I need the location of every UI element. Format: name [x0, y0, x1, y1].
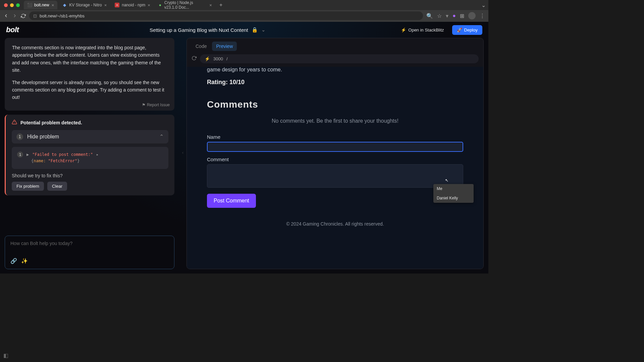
- preview-address-bar[interactable]: ⚡ 3000 /: [200, 54, 479, 63]
- url-text: bolt.new/~/sb1-emyhbs: [40, 13, 85, 18]
- bolt-icon: ⚡: [401, 27, 406, 33]
- site-info-icon[interactable]: ⊡: [33, 13, 37, 18]
- preview-tab[interactable]: Preview: [212, 42, 237, 51]
- bolt-logo[interactable]: bolt: [6, 25, 19, 34]
- hide-problem-toggle[interactable]: 1 Hide problem ⌃: [12, 130, 168, 143]
- address-bar[interactable]: ⊡ bolt.new/~/sb1-emyhbs: [29, 11, 423, 20]
- message-paragraph: The comments section is now integrated i…: [12, 44, 167, 74]
- warning-icon: [12, 119, 17, 126]
- open-stackblitz-button[interactable]: ⚡ Open in StackBlitz: [396, 25, 448, 35]
- rating-text: Rating: 10/10: [207, 79, 463, 86]
- browser-tab[interactable]: ⬛ bolt.new ×: [24, 1, 57, 9]
- sparkle-icon[interactable]: ✨: [21, 258, 28, 264]
- favicon: n: [115, 3, 119, 7]
- rocket-icon: 🚀: [457, 27, 462, 33]
- menu-icon[interactable]: ⋮: [480, 13, 485, 19]
- autocomplete-popup: Me Daniel Kelly: [433, 184, 474, 203]
- footer-text: © 2024 Gaming Chronicles. All rights res…: [207, 221, 463, 227]
- fix-prompt: Should we try to fix this?: [12, 173, 168, 178]
- expand-icon[interactable]: ▶: [26, 152, 29, 158]
- close-tab-icon[interactable]: ×: [104, 3, 107, 8]
- flag-icon: ⚑: [142, 103, 146, 107]
- comment-label: Comment: [207, 157, 463, 162]
- browser-tab[interactable]: ◆ KV Storage - Nitro ×: [59, 1, 110, 9]
- close-window[interactable]: [4, 3, 8, 7]
- error-count-badge: 1: [17, 152, 23, 158]
- code-tab[interactable]: Code: [192, 42, 211, 51]
- post-comment-button[interactable]: Post Comment: [207, 194, 256, 208]
- back-button[interactable]: [3, 13, 9, 18]
- name-label: Name: [207, 134, 463, 140]
- name-input[interactable]: [207, 142, 463, 152]
- lock-icon: 🔒: [252, 27, 258, 33]
- clear-button[interactable]: Clear: [47, 182, 67, 191]
- preview-iframe: game design for years to come. Rating: 1…: [187, 67, 483, 269]
- problem-panel: Potential problem detected. 1 Hide probl…: [5, 115, 174, 195]
- no-comments-text: No comments yet. Be the first to share y…: [207, 118, 463, 124]
- problem-title: Potential problem detected.: [20, 120, 82, 125]
- path-text: /: [226, 56, 228, 61]
- reload-button[interactable]: [21, 13, 26, 18]
- new-tab-button[interactable]: +: [217, 2, 225, 8]
- panel-resize-handle[interactable]: [179, 150, 186, 157]
- extensions-icon[interactable]: ⊞: [460, 13, 464, 19]
- favicon: ●: [158, 3, 162, 7]
- close-tab-icon[interactable]: ×: [52, 3, 54, 8]
- comment-textarea[interactable]: [207, 164, 463, 188]
- assistant-message: The comments section is now integrated i…: [5, 38, 174, 111]
- favicon: ⬛: [27, 3, 32, 7]
- reload-preview-icon[interactable]: [192, 56, 197, 62]
- hide-problem-label: Hide problem: [27, 134, 59, 140]
- chevron-up-icon: ⌃: [159, 133, 164, 140]
- window-controls: [3, 3, 22, 7]
- browser-tab[interactable]: ● Crypto | Node.js v23.1.0 Doc... ×: [155, 1, 215, 9]
- chevron-down-icon[interactable]: ⌄: [261, 27, 266, 33]
- autocomplete-item[interactable]: Daniel Kelly: [433, 193, 474, 203]
- maximize-window[interactable]: [16, 3, 20, 7]
- error-message: "Failed to post comment:": [32, 152, 93, 158]
- tab-dropdown-icon[interactable]: ⌄: [481, 2, 486, 8]
- bookmark-icon[interactable]: ☆: [437, 13, 442, 19]
- input-placeholder: How can Bolt help you today?: [10, 241, 169, 246]
- chat-input[interactable]: How can Bolt help you today? 🔗 ✨: [5, 236, 174, 269]
- tab-title: bolt.new: [34, 3, 49, 7]
- message-paragraph: The development server is already runnin…: [12, 79, 167, 101]
- zoom-icon[interactable]: 🔍: [426, 13, 433, 19]
- error-console: 1 ▶ "Failed to post comment:" ▸ {name: "…: [12, 147, 168, 169]
- forward-button[interactable]: [12, 13, 17, 18]
- extension-icon[interactable]: ▾: [446, 13, 448, 19]
- extension-icon[interactable]: ●: [452, 13, 456, 19]
- fix-problem-button[interactable]: Fix problem: [12, 182, 44, 191]
- port-text: 3000: [213, 56, 223, 61]
- comments-heading: Comments: [207, 99, 463, 110]
- project-title: Setting up a Gaming Blog with Nuxt Conte…: [150, 27, 248, 33]
- browser-tab[interactable]: n nanoid - npm ×: [111, 1, 154, 9]
- link-icon[interactable]: 🔗: [10, 258, 17, 264]
- profile-avatar[interactable]: [468, 12, 476, 19]
- autocomplete-item[interactable]: Me: [433, 184, 474, 193]
- close-tab-icon[interactable]: ×: [148, 3, 150, 8]
- deploy-button[interactable]: 🚀 Deploy: [452, 25, 482, 35]
- favicon: ◆: [62, 3, 67, 7]
- tab-title: nanoid - npm: [122, 3, 145, 7]
- bolt-icon: ⚡: [205, 56, 210, 61]
- expand-arrow-icon[interactable]: ▸: [96, 152, 99, 158]
- minimize-window[interactable]: [10, 3, 14, 7]
- report-issue-link[interactable]: ⚑ Report Issue: [142, 103, 170, 107]
- tab-title: KV Storage - Nitro: [69, 3, 102, 7]
- close-tab-icon[interactable]: ×: [209, 3, 212, 8]
- tab-title: Crypto | Node.js v23.1.0 Doc...: [164, 0, 207, 10]
- article-text: game design for years to come.: [207, 67, 463, 73]
- problem-count: 1: [16, 133, 23, 140]
